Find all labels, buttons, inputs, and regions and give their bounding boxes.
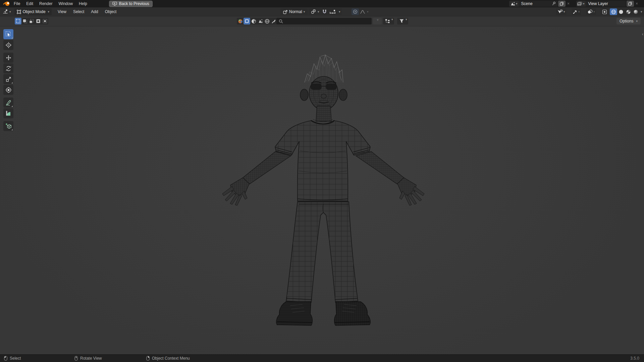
- scene-unlink-button[interactable]: ×: [566, 1, 571, 7]
- screen-back-icon: [112, 2, 117, 6]
- options-button[interactable]: Options ▾: [616, 18, 641, 24]
- chevron-down-icon: ▾: [406, 18, 407, 24]
- search-field[interactable]: [276, 18, 372, 24]
- filter-dropdown[interactable]: ▾: [397, 18, 408, 24]
- snap-with-icon[interactable]: [328, 8, 338, 15]
- gizmo-icon: [573, 9, 578, 14]
- tshirt-wireframe: [275, 119, 370, 201]
- hierarchy-icon: [384, 18, 391, 24]
- menu-window[interactable]: Window: [55, 0, 76, 7]
- menu-view[interactable]: View: [54, 9, 70, 14]
- shoe-right-wireframe: [334, 302, 370, 325]
- snap-magnet-toggle[interactable]: [321, 8, 328, 15]
- mode-intersect-icon[interactable]: [42, 18, 48, 24]
- menu-file[interactable]: File: [11, 0, 23, 7]
- scene-browse-button[interactable]: ▾: [509, 1, 519, 7]
- mode-subtract-icon[interactable]: [28, 18, 35, 24]
- proportional-falloff-icon[interactable]: [359, 8, 366, 15]
- chevron-down-icon: ▾: [583, 2, 585, 5]
- tool-rotate[interactable]: [3, 63, 13, 73]
- chevron-down-icon: ▾: [391, 18, 393, 24]
- pivot-point-icon: [311, 9, 316, 14]
- tool-settings-bar: ▾ ▾ ▾ Options ▾: [0, 16, 644, 26]
- scene-name-field[interactable]: Scene: [519, 1, 557, 7]
- back-to-previous-button[interactable]: Back to Previous: [109, 1, 153, 7]
- collapse-chevron-button[interactable]: ▾: [373, 18, 382, 24]
- xray-toggle[interactable]: [600, 8, 608, 15]
- snapping-group: ▾: [321, 8, 342, 15]
- filter-icon-strip: [237, 18, 277, 24]
- shading-material-button[interactable]: [625, 8, 632, 15]
- tool-measure[interactable]: [3, 108, 13, 118]
- shoe-left-wireframe: [276, 302, 312, 325]
- pin-icon[interactable]: [552, 2, 556, 6]
- tool-transform[interactable]: [3, 85, 13, 95]
- hint-rotate-view: Rotate View: [74, 355, 102, 362]
- view-layer-browse-button[interactable]: ▾: [576, 1, 586, 7]
- topbar: File Edit Render Window Help Back to Pre…: [0, 0, 644, 7]
- tool-move[interactable]: [3, 53, 13, 63]
- chevron-down-icon: ▾: [578, 10, 580, 13]
- scene-selector: ▾ Scene ×: [509, 1, 571, 7]
- mode-invert-icon[interactable]: [35, 18, 42, 24]
- editor-type-button[interactable]: ▾: [1, 8, 12, 15]
- tool-select-box[interactable]: [3, 29, 13, 39]
- sidebar-toggle-arrow[interactable]: ‹: [642, 32, 643, 37]
- world-icon[interactable]: [264, 18, 270, 24]
- toolbar: [3, 29, 14, 132]
- menu-edit[interactable]: Edit: [23, 0, 36, 7]
- pivot-point-dropdown[interactable]: ▾: [309, 8, 321, 15]
- gizmos-dropdown[interactable]: ▾: [572, 8, 581, 15]
- view-layer-icon: [577, 2, 582, 6]
- chevron-down-icon: ▾: [636, 19, 638, 23]
- hint-object-context-menu: Object Context Menu: [146, 355, 190, 362]
- menu-object[interactable]: Object: [102, 9, 120, 14]
- scene-icon[interactable]: [257, 18, 264, 24]
- material-ball-icon[interactable]: [237, 18, 244, 24]
- shading-wireframe-button[interactable]: [610, 8, 617, 15]
- menu-help[interactable]: Help: [76, 0, 90, 7]
- chevron-down-icon[interactable]: ▾: [339, 10, 340, 13]
- overlays-dropdown[interactable]: ▾: [586, 8, 596, 15]
- menu-render[interactable]: Render: [36, 0, 55, 7]
- neck-wireframe: [316, 106, 331, 121]
- tool-add-cube[interactable]: [3, 121, 13, 131]
- chevron-down-icon: ▾: [516, 2, 518, 5]
- chevron-down-icon: ▾: [367, 10, 369, 13]
- chevron-down-icon[interactable]: ▾: [641, 10, 642, 13]
- scene-duplicate-button[interactable]: [558, 1, 566, 7]
- mouse-right-icon: [146, 356, 150, 361]
- mode-extend-icon[interactable]: [21, 18, 28, 24]
- mouse-left-icon: [4, 356, 7, 361]
- mode-dropdown[interactable]: Object Mode ▾: [14, 8, 52, 15]
- proportional-edit-toggle[interactable]: [352, 8, 359, 15]
- transform-orientation-dropdown[interactable]: Normal ▾: [280, 8, 308, 15]
- brush-icon[interactable]: [270, 18, 277, 24]
- tool-scale[interactable]: [3, 74, 13, 84]
- view-layer-name-field[interactable]: View Layer: [586, 1, 626, 7]
- tool-annotate[interactable]: [3, 98, 13, 108]
- chevron-down-icon: ▾: [377, 18, 379, 24]
- editor-3d-viewport-icon: [3, 9, 9, 14]
- tool-cursor[interactable]: [3, 40, 13, 50]
- 3d-viewport[interactable]: ‹: [0, 26, 644, 355]
- chevron-down-icon: ▾: [9, 10, 11, 13]
- viewport-header: ▾ Object Mode ▾ View Select Add Object N…: [0, 7, 644, 16]
- wireframe-character-model[interactable]: [215, 50, 433, 332]
- contrast-icon[interactable]: [250, 18, 257, 24]
- menu-add[interactable]: Add: [88, 9, 101, 14]
- mode-new-icon[interactable]: [15, 18, 21, 24]
- pants-wireframe: [286, 202, 358, 302]
- selectability-visibility-dropdown[interactable]: ▾: [556, 8, 566, 15]
- plane-icon[interactable]: [244, 18, 250, 24]
- shading-solid-button[interactable]: [617, 8, 625, 15]
- blender-logo-icon[interactable]: [3, 1, 11, 6]
- search-input[interactable]: [284, 18, 370, 24]
- display-mode-dropdown[interactable]: ▾: [383, 18, 394, 24]
- shading-rendered-button[interactable]: [632, 8, 639, 15]
- view-layer-duplicate-button[interactable]: [627, 1, 634, 7]
- select-mode-strip: [15, 18, 48, 24]
- chevron-down-icon: ▾: [304, 10, 305, 13]
- menu-select[interactable]: Select: [70, 9, 88, 14]
- view-layer-remove-button[interactable]: ×: [634, 1, 640, 7]
